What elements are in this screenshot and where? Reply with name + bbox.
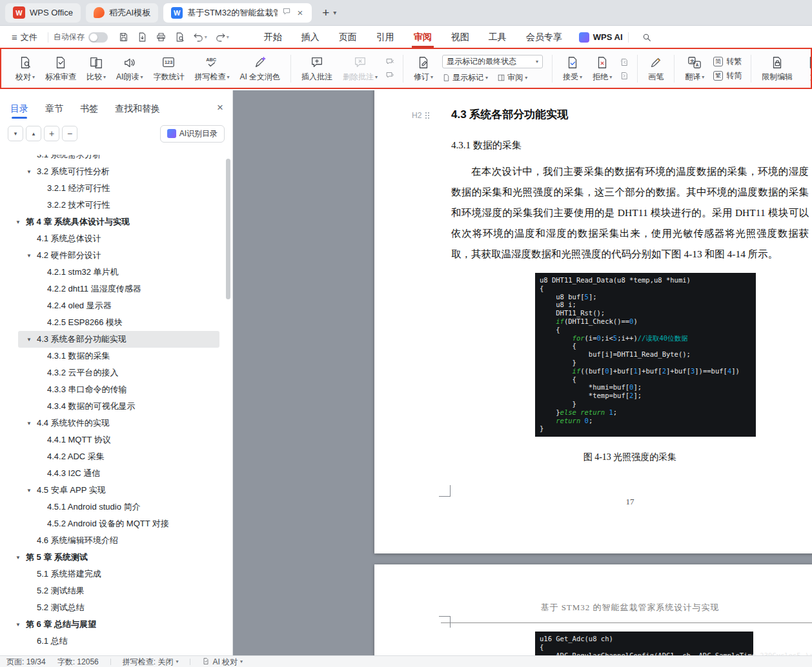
sidebar-tab-toc[interactable]: 目录 bbox=[10, 98, 28, 120]
toc-item[interactable]: 4.1 系统总体设计 bbox=[0, 230, 226, 247]
proofread-button[interactable]: 校对▾ bbox=[10, 54, 40, 84]
toc-item[interactable]: 4.4.1 MQTT 协议 bbox=[0, 432, 226, 448]
toc-collapse-arrow-icon[interactable]: ▼ bbox=[26, 169, 37, 175]
previous-comment-button[interactable] bbox=[385, 57, 395, 67]
redo-dropdown-icon[interactable]: ▾ bbox=[227, 34, 229, 40]
spell-check-button[interactable]: ABC 拼写检查▾ bbox=[189, 54, 234, 84]
simplified-to-traditional-button[interactable]: 简 转繁 bbox=[713, 56, 742, 67]
insert-comment-button[interactable]: 插入批注 bbox=[296, 54, 338, 84]
toc-item[interactable]: ▼4.5 安卓 APP 实现 bbox=[0, 482, 226, 499]
wps-ai-button[interactable]: WPS AI bbox=[579, 32, 623, 43]
menu-tab-引用[interactable]: 引用 bbox=[376, 26, 394, 48]
toc-item[interactable]: ▼4.2 硬件部分设计 bbox=[0, 247, 226, 264]
code-figure-1[interactable]: u8 DHT11_Read_Data(u8 *temp,u8 *humi){ u… bbox=[535, 273, 756, 437]
toc-collapse-all-button[interactable]: − bbox=[62, 126, 77, 141]
toc-item[interactable]: 4.4.2 ADC 采集 bbox=[0, 448, 226, 465]
status-page-indicator[interactable]: 页面: 19/34 bbox=[6, 658, 46, 666]
document-chat-icon[interactable] bbox=[282, 7, 291, 18]
toc-item[interactable]: 3.2.2 技术可行性 bbox=[0, 197, 226, 214]
toc-item[interactable]: ▼4.3 系统各部分功能实现 bbox=[18, 331, 219, 348]
toc-item[interactable]: 4.3.2 云平台的接入 bbox=[0, 364, 226, 381]
word-count-button[interactable]: 123 字数统计 bbox=[148, 54, 189, 84]
sidebar-scrollbar[interactable] bbox=[226, 159, 230, 299]
menu-tab-工具[interactable]: 工具 bbox=[489, 26, 507, 48]
clipped-ribbon-button[interactable]: 文 bbox=[802, 54, 812, 84]
toc-item[interactable]: ▼4.4 系统软件的实现 bbox=[0, 415, 226, 432]
tab-list-dropdown-icon[interactable]: ▾ bbox=[333, 9, 336, 16]
track-changes-button[interactable]: 修订▾ bbox=[409, 54, 438, 84]
save-button[interactable] bbox=[116, 30, 132, 45]
ai-read-aloud-button[interactable]: AI朗读▾ bbox=[111, 54, 148, 84]
menu-tab-审阅[interactable]: 审阅 bbox=[414, 26, 432, 48]
toc-collapse-level-button[interactable]: ▴ bbox=[26, 126, 41, 141]
file-menu-button[interactable]: ≡ 文件 bbox=[6, 32, 43, 43]
undo-button[interactable]: ▾ bbox=[190, 30, 210, 45]
figure-caption[interactable]: 图 4-13 光照强度的采集 bbox=[451, 452, 809, 463]
menu-tab-会员专享[interactable]: 会员专享 bbox=[526, 26, 562, 48]
toc-expand-all-button[interactable]: + bbox=[44, 126, 59, 141]
toc-collapse-arrow-icon[interactable]: ▼ bbox=[15, 555, 26, 561]
toc-item[interactable]: 3.2.1 经济可行性 bbox=[0, 180, 226, 197]
toc-collapse-arrow-icon[interactable]: ▼ bbox=[26, 337, 37, 343]
toc-expand-level-button[interactable]: ▾ bbox=[8, 126, 23, 141]
menu-tab-开始[interactable]: 开始 bbox=[264, 26, 282, 48]
sidebar-tab-find-replace[interactable]: 查找和替换 bbox=[115, 98, 160, 120]
toc-item[interactable]: 5.1 系统搭建完成 bbox=[0, 566, 226, 582]
page-header[interactable]: 基于 STM32 的智能盆栽管家系统设计与实现 bbox=[451, 602, 809, 613]
toc-item[interactable]: ▼第 6 章 总结与展望 bbox=[0, 616, 226, 633]
toc-collapse-arrow-icon[interactable]: ▼ bbox=[26, 253, 37, 259]
tab-document[interactable]: W 基于STM32的智能盆栽管家 × bbox=[163, 3, 312, 23]
toc-item[interactable]: 4.3.3 串口命令的传输 bbox=[0, 381, 226, 398]
doc-subheading[interactable]: 4.3.1 数据的采集 bbox=[451, 139, 522, 152]
menu-tab-视图[interactable]: 视图 bbox=[451, 26, 469, 48]
toc-item[interactable]: 5.2 测试总结 bbox=[0, 599, 226, 616]
toc-item[interactable]: 3.1 系统需求分析 bbox=[0, 155, 226, 163]
print-preview-button[interactable] bbox=[172, 30, 188, 45]
review-pane-dropdown[interactable]: 审阅▾ bbox=[497, 72, 527, 83]
outline-level-marker[interactable]: H2 bbox=[412, 111, 430, 120]
toc-item[interactable]: 4.3.1 数据的采集 bbox=[0, 348, 226, 364]
sidebar-tab-bookmarks[interactable]: 书签 bbox=[80, 98, 98, 120]
next-change-button[interactable] bbox=[620, 71, 629, 81]
toc-item[interactable]: 4.6 系统编辑环境介绍 bbox=[0, 532, 226, 549]
search-icon[interactable] bbox=[642, 32, 652, 43]
new-tab-button[interactable]: + bbox=[322, 6, 329, 20]
markup-state-combobox[interactable]: 显示标记的最终状态▾ bbox=[442, 55, 543, 68]
accept-change-button[interactable]: 接受▾ bbox=[558, 54, 587, 84]
toc-item[interactable]: 4.2.1 stm32 单片机 bbox=[0, 264, 226, 281]
toc-item[interactable]: 4.4.3 I2C 通信 bbox=[0, 465, 226, 482]
redo-button[interactable]: ▾ bbox=[212, 30, 232, 45]
tab-close-icon[interactable]: × bbox=[296, 7, 304, 18]
drag-handle-icon[interactable] bbox=[425, 112, 430, 119]
toc-item[interactable]: 4.2.2 dht11 温湿度传感器 bbox=[0, 281, 226, 297]
ai-recognize-toc-button[interactable]: AI识别目录 bbox=[160, 125, 225, 143]
compare-button[interactable]: 比较▾ bbox=[81, 54, 111, 84]
doc-heading[interactable]: 4.3 系统各部分功能实现 bbox=[451, 107, 568, 122]
toc-item[interactable]: 4.2.5 ESP8266 模块 bbox=[0, 314, 226, 331]
menu-tab-页面[interactable]: 页面 bbox=[339, 26, 357, 48]
undo-dropdown-icon[interactable]: ▾ bbox=[205, 34, 207, 40]
status-ai-proofread[interactable]: AI 校对▾ bbox=[202, 657, 243, 666]
toc-collapse-arrow-icon[interactable]: ▼ bbox=[26, 421, 37, 426]
toc-collapse-arrow-icon[interactable]: ▼ bbox=[26, 488, 37, 493]
toc-item[interactable]: ▼第 4 章 系统具体设计与实现 bbox=[0, 214, 226, 230]
delete-comment-button[interactable]: 删除批注▾ bbox=[338, 54, 383, 84]
toc-collapse-arrow-icon[interactable]: ▼ bbox=[15, 622, 26, 628]
show-markup-dropdown[interactable]: 显示标记▾ bbox=[442, 72, 488, 83]
toc-item[interactable]: 4.3.4 数据的可视化显示 bbox=[0, 398, 226, 415]
toc-item[interactable]: ▼3.2 系统可行性分析 bbox=[0, 163, 226, 180]
toc-item[interactable]: 4.5.2 Android 设备的 MQTT 对接 bbox=[0, 515, 226, 532]
status-word-count[interactable]: 字数: 12056 bbox=[57, 658, 99, 666]
restrict-editing-button[interactable]: 限制编辑 bbox=[756, 54, 798, 84]
status-spellcheck[interactable]: 拼写检查: 关闭▾ bbox=[123, 658, 179, 666]
toc-item[interactable]: 6.1 总结 bbox=[0, 633, 226, 650]
tab-docer-ai-template[interactable]: 稻壳AI模板 bbox=[86, 3, 158, 23]
toc-item[interactable]: 4.5.1 Android studio 简介 bbox=[0, 499, 226, 515]
menu-tab-插入[interactable]: 插入 bbox=[301, 26, 320, 48]
traditional-to-simplified-button[interactable]: 繁 转简 bbox=[713, 70, 742, 81]
translate-button[interactable]: 文A 翻译▾ bbox=[680, 54, 709, 84]
sidebar-close-icon[interactable]: × bbox=[217, 101, 223, 114]
doc-paragraph[interactable]: 在本次设计中，我们主要采集的数据有环境的温度数据的采集，环境的湿度数据的采集和光… bbox=[451, 161, 809, 264]
toc-collapse-arrow-icon[interactable]: ▼ bbox=[15, 219, 26, 225]
autosave-control[interactable]: 自动保存 bbox=[54, 32, 108, 43]
